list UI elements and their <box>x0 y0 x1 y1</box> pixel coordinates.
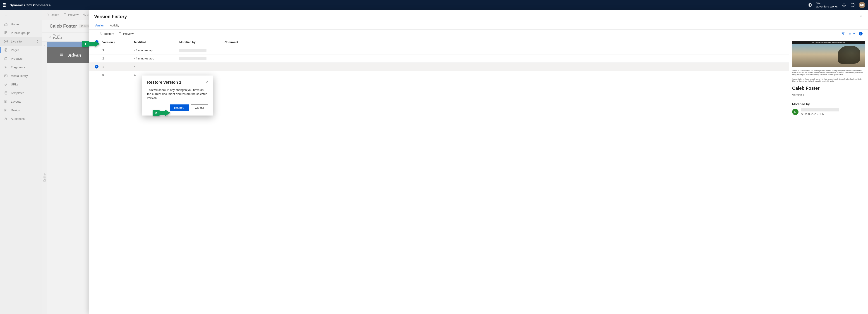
tab-activity[interactable]: Activity <box>110 22 120 29</box>
user-avatar-small: N <box>792 109 799 115</box>
callout-2: 2 <box>153 110 170 116</box>
bell-icon[interactable] <box>842 3 846 7</box>
col-comment[interactable]: Comment <box>225 40 786 44</box>
user-avatar[interactable]: NH <box>859 2 865 8</box>
sort-icon[interactable] <box>848 32 856 35</box>
col-modified[interactable]: Modified <box>134 40 179 44</box>
filter-icon[interactable] <box>841 32 845 35</box>
table-row[interactable]: 14 <box>89 63 789 71</box>
detail-version-label: Version 1 <box>792 93 865 97</box>
version-detail-pane: Buy 2 or more surf products and get 25% … <box>789 38 868 314</box>
preview-button-toolbar[interactable]: Preview <box>118 32 133 35</box>
table-row[interactable]: 244 minutes ago <box>89 55 789 63</box>
col-version[interactable]: Version ↓ <box>102 40 134 44</box>
restore-button-toolbar[interactable]: Restore <box>94 32 114 35</box>
close-icon[interactable] <box>859 15 863 19</box>
dialog-title: Restore version 1 <box>147 80 181 85</box>
restore-button[interactable]: Restore <box>170 104 189 111</box>
redacted-user <box>179 49 207 52</box>
close-icon[interactable] <box>205 80 208 84</box>
site-switcher[interactable]: Site adventure works <box>816 2 838 8</box>
callout-1: 1 <box>82 41 100 47</box>
detail-date: 6/15/2022, 2:07 PM <box>801 112 839 115</box>
redacted-user <box>801 108 839 111</box>
version-history-panel: Version history Version Activity Restore… <box>89 10 868 314</box>
top-bar: Dynamics 365 Commerce Site adventure wor… <box>0 0 868 10</box>
svg-rect-20 <box>119 32 121 35</box>
col-modified-by[interactable]: Modified by <box>179 40 225 44</box>
detail-modified-by-label: Modified by <box>792 102 865 106</box>
info-icon[interactable]: i <box>859 32 863 35</box>
cancel-button[interactable]: Cancel <box>191 104 208 111</box>
row-checkbox[interactable] <box>95 65 98 69</box>
panel-title: Version history <box>94 14 127 19</box>
detail-title: Caleb Foster <box>792 86 865 91</box>
globe-icon[interactable] <box>808 3 812 7</box>
redacted-user <box>179 57 207 60</box>
table-row[interactable]: 344 minutes ago <box>89 46 789 55</box>
help-icon[interactable] <box>850 3 855 7</box>
version-thumbnail: Buy 2 or more surf products and get 25% … <box>792 41 865 67</box>
dialog-body: This will check in any changes you have … <box>147 88 208 100</box>
table-header: Version ↓ Modified Modified by Comment <box>89 38 789 46</box>
app-launcher-icon[interactable] <box>3 3 6 7</box>
app-name: Dynamics 365 Commerce <box>9 3 51 7</box>
tab-version[interactable]: Version <box>94 22 105 29</box>
